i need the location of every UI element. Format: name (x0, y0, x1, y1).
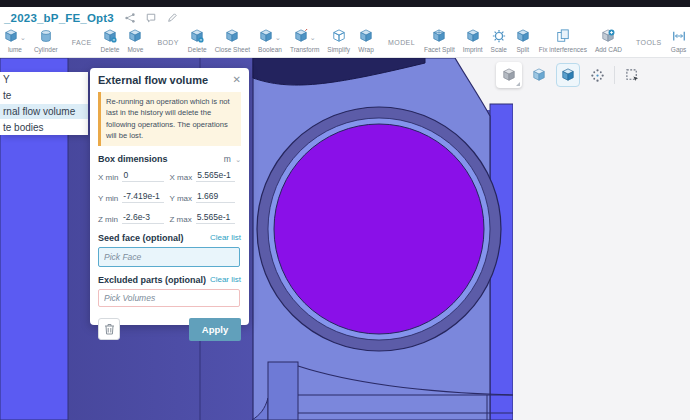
toolbar-button-label: Split (517, 46, 530, 53)
toolbar-button-boolean[interactable]: ⌄Boolean (254, 28, 286, 57)
dimension-label-z-min: Z min (98, 215, 118, 224)
chevron-down-icon: ⌄ (20, 34, 26, 42)
unit-select[interactable]: m ⌄ (224, 154, 241, 164)
box-dimensions-title: Box dimensions (98, 154, 168, 164)
dimension-label-x-min: X min (98, 173, 118, 182)
cube-badge-icon (103, 29, 117, 47)
toolbar-button-add-cad[interactable]: Add CAD (591, 28, 626, 57)
external-flow-volume-dialog: External flow volume ✕ Re-running an ope… (90, 68, 249, 325)
dimension-input-x-min[interactable]: 0 (122, 170, 163, 182)
toolbar-button-fix-interferences[interactable]: Fix interferences (535, 28, 591, 57)
comment-icon[interactable] (146, 13, 156, 23)
dimension-cell: Z max5.565e-1 (170, 212, 242, 224)
toolbar-button-simplify[interactable]: Simplify (323, 28, 354, 57)
cad-toolbar: ⌄lumeCylinderFACEDeleteMoveBODYDeleteClo… (0, 28, 690, 58)
delete-operation-button[interactable] (98, 318, 120, 340)
toolbar-button-gaps[interactable]: Gaps (667, 28, 690, 57)
perspective-cube-button[interactable] (527, 63, 551, 87)
close-icon[interactable]: ✕ (233, 75, 241, 85)
toolbar-button-label: Close Sheet (215, 46, 250, 53)
dimension-cell: Y min-7.419e-1 (98, 191, 170, 203)
transform-icon (294, 29, 308, 47)
group-label-tools: TOOLS (636, 39, 662, 46)
toolbar-button-label: Transform (290, 46, 319, 53)
dimension-row: X min0X max5.565e-1 (98, 170, 241, 182)
toolbar-button-cylinder[interactable]: Cylinder (30, 28, 62, 57)
dots-icon (590, 68, 605, 83)
cube-icon (225, 29, 239, 47)
toolbar-button-label: Wrap (358, 46, 373, 53)
menu-item-te-bodies[interactable]: te bodies (0, 119, 88, 135)
toolbar-button-delete[interactable]: Delete (97, 28, 124, 57)
dimension-label-y-min: Y min (98, 194, 118, 203)
toolbar-group-model: MODELFacet SplitImprintScaleSplitFix int… (382, 28, 626, 57)
chevron-down-icon: ⌄ (235, 156, 241, 163)
cube-tilt-icon (466, 29, 480, 47)
dimension-cell: Y max1.669 (170, 191, 242, 203)
box-dimensions-grid: X min0X max5.565e-1Y min-7.419e-1Y max1.… (98, 170, 241, 224)
pages-icon (556, 29, 570, 47)
toolbar-button-wrap[interactable]: Wrap (354, 28, 378, 57)
dimension-input-y-min[interactable]: -7.419e-1 (122, 191, 163, 203)
apply-button[interactable]: Apply (189, 318, 241, 341)
toolbar-button-label: Boolean (258, 46, 282, 53)
view-orientation-cube-button[interactable] (496, 62, 522, 88)
toolbar-button-facet-split[interactable]: Facet Split (420, 28, 459, 57)
group-label-face: FACE (72, 39, 92, 46)
seed-face-clear-link[interactable]: Clear list (210, 233, 241, 242)
toolbar-button-move[interactable]: Move (123, 28, 147, 57)
toolbar-button-scale[interactable]: Scale (487, 28, 511, 57)
toolbar-button-lume[interactable]: ⌄lume (0, 28, 30, 57)
rerun-warning: Re-running an operation which is not las… (98, 92, 241, 146)
cube-icon (359, 29, 373, 47)
dimension-cell: X max5.565e-1 (170, 170, 242, 182)
excluded-parts-clear-link[interactable]: Clear list (210, 275, 241, 284)
right-empty-panel (513, 58, 690, 420)
menu-item-y[interactable]: Y (0, 72, 88, 88)
dimension-row: Z min-2.6e-3Z max5.565e-1 (98, 212, 241, 224)
share-icon[interactable] (125, 13, 135, 23)
dimension-cell: X min0 (98, 170, 170, 182)
add-cad-icon (601, 29, 615, 47)
dimension-row: Y min-7.419e-1Y max1.669 (98, 191, 241, 203)
dimension-input-z-min[interactable]: -2.6e-3 (122, 212, 164, 224)
toolbar-button-label: Simplify (327, 46, 350, 53)
toolbar-button-label: Gaps (671, 46, 687, 53)
titlebar: _2023_bP_FE_Opt3 (0, 7, 690, 28)
menu-item-te[interactable]: te (0, 88, 88, 104)
cylinder-icon (39, 29, 53, 47)
toolbar-button-close-sheet[interactable]: Close Sheet (211, 28, 254, 57)
cube-outline-icon (332, 29, 346, 47)
cube-tilt-icon (516, 29, 530, 47)
toolbar-button-split[interactable]: Split (511, 28, 535, 57)
selected-purple-face[interactable] (274, 124, 484, 334)
toolbar-button-label: Cylinder (34, 46, 58, 53)
chevron-down-icon: ⌄ (275, 34, 281, 42)
toolbar-button-imprint[interactable]: Imprint (459, 28, 487, 57)
view-toolbar-separator (614, 66, 615, 84)
flow-volume-menu: Yternal flow volumete bodies (0, 72, 88, 135)
toolbar-group-face: FACEDeleteMove (66, 28, 148, 57)
section-cube-button[interactable] (556, 63, 580, 87)
toolbar-button-label: Scale (491, 46, 507, 53)
menu-item-rnal-flow-volume[interactable]: rnal flow volume (0, 104, 88, 120)
dimension-input-x-max[interactable]: 5.565e-1 (196, 170, 235, 182)
dimension-input-y-max[interactable]: 1.669 (196, 191, 235, 203)
duct-upright[interactable] (268, 362, 298, 420)
chevron-down-icon: ⌄ (310, 34, 316, 42)
dimension-label-y-max: Y max (170, 194, 193, 203)
dimension-input-z-max[interactable]: 5.565e-1 (196, 212, 235, 224)
edit-pencil-icon[interactable] (167, 13, 177, 23)
project-title: _2023_bP_FE_Opt3 (4, 12, 114, 24)
excluded-parts-input[interactable] (98, 289, 240, 307)
seed-face-input[interactable] (98, 247, 240, 267)
orbit-dots-button[interactable] (585, 63, 609, 87)
seed-face-title: Seed face (optional) (98, 233, 184, 243)
toolbar-button-label: Delete (101, 46, 120, 53)
box-select-button[interactable] (620, 63, 644, 87)
toolbar-button-transform[interactable]: ⌄Transform (286, 28, 323, 57)
dialog-title: External flow volume (98, 74, 208, 86)
toolbar-button-label: Facet Split (424, 46, 455, 53)
toolbar-button-delete[interactable]: Delete (184, 28, 211, 57)
view-toolbar (496, 62, 644, 88)
